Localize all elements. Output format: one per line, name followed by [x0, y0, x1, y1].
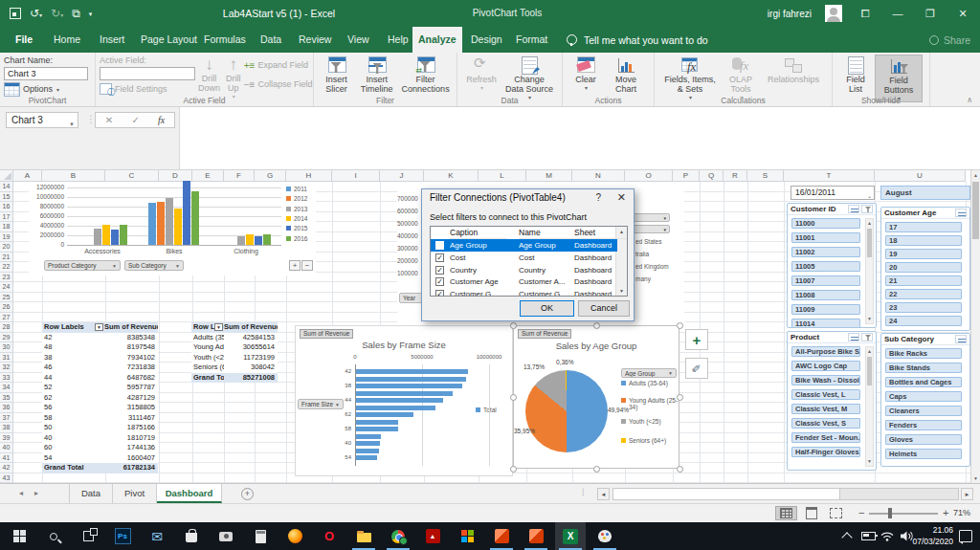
taskbar-store-icon[interactable] [176, 522, 207, 550]
row-header-39[interactable]: 39 [0, 433, 13, 444]
slicer-item-11001[interactable]: 11001 [791, 232, 860, 243]
row-header-16[interactable]: 16 [0, 202, 13, 212]
next-sheet-icon[interactable]: ▸ [34, 484, 38, 503]
scroll-down-icon[interactable]: ▼ [866, 457, 873, 466]
bar-frame-50[interactable] [356, 434, 381, 439]
name-box-dropdown-icon[interactable]: ▼ [69, 118, 75, 132]
column-header-E[interactable]: E [192, 170, 224, 182]
bar-frame-54[interactable] [356, 455, 377, 460]
slicer-item-halffingerglovesl[interactable]: Half-Finger Gloves, L [791, 447, 860, 457]
customize-qat-icon[interactable]: ▾ [89, 11, 93, 17]
tab-page-layout[interactable]: Page Layout [135, 27, 203, 53]
redo-icon[interactable]: ↻▾ [51, 8, 63, 19]
field-settings-button[interactable]: Field Settings [100, 82, 195, 96]
bar-2015-Accessories[interactable] [111, 230, 119, 246]
slicer-item-awclogocap[interactable]: AWC Logo Cap [791, 361, 860, 371]
column-header-R[interactable]: R [724, 170, 747, 182]
revenue-by-age-pivot[interactable]: Row Lab▼Sum of RevenueAdults (35-4258415… [191, 322, 278, 383]
taskbar-chrome-icon[interactable] [383, 522, 413, 550]
close-icon[interactable]: ✕ [953, 8, 972, 20]
slicer-customer-id[interactable]: Customer ID11000110011100211005110071100… [787, 203, 877, 328]
row-header-31[interactable]: 31 [0, 353, 13, 363]
pivot-row[interactable]: Youth (<2511723199 [191, 353, 278, 363]
expand-chart-button[interactable]: + [289, 260, 301, 271]
multi-select-icon[interactable] [955, 335, 967, 343]
bar-frame-38[interactable] [356, 384, 462, 388]
collapse-chart-button[interactable]: − [301, 260, 313, 271]
slicer-item-bikestands[interactable]: Bike Stands [885, 363, 962, 373]
slicer-item-bottlesandcages[interactable]: Bottles and Cages [885, 377, 962, 387]
bar-frame-42[interactable] [356, 369, 468, 374]
tell-me-box[interactable]: Tell me what you want to do [567, 27, 708, 53]
expand-field-button[interactable]: +≡ Expand Field [244, 58, 313, 72]
bar-frame-48[interactable] [356, 377, 466, 382]
prev-sheet-icon[interactable]: ◂ [19, 484, 23, 503]
column-header-B[interactable]: B [42, 170, 105, 182]
pivot-row[interactable]: 401810719 [42, 433, 158, 444]
vscroll-thumb[interactable] [972, 182, 979, 239]
pivot-row[interactable]: 583111467 [42, 413, 158, 424]
clear-button[interactable]: Clear▾ [567, 55, 605, 91]
dialog-help-icon[interactable]: ? [595, 192, 601, 203]
pivot-row[interactable]: 428385348 [42, 333, 158, 343]
row-header-28[interactable]: 28 [0, 322, 13, 333]
slicer-item-classicvests[interactable]: Classic Vest, S [791, 418, 860, 429]
tab-analyze[interactable]: Analyze [412, 27, 462, 53]
selection-handle[interactable] [510, 322, 517, 329]
collapse-ribbon-icon[interactable]: ∧ [967, 96, 972, 104]
zoom-slider[interactable] [869, 513, 938, 515]
row-header-19[interactable]: 19 [0, 232, 13, 243]
selection-handle[interactable] [510, 394, 517, 401]
move-chart-button[interactable]: Move Chart [605, 55, 647, 95]
column-header-U[interactable]: U [875, 170, 966, 182]
tab-format[interactable]: Format [510, 27, 553, 53]
slicer-item-11014[interactable]: 11014 [791, 319, 860, 328]
row-header-22[interactable]: 22 [0, 262, 13, 273]
sales-by-age-group-chart[interactable]: Sum of Revenue Sales by Age Group 49,94%… [513, 325, 679, 469]
pie-plot[interactable] [525, 370, 608, 452]
wifi-icon[interactable] [879, 522, 896, 550]
selection-handle[interactable] [510, 466, 517, 473]
column-header-L[interactable]: L [479, 170, 526, 182]
bar-2014-Bikes[interactable] [174, 209, 182, 245]
drill-up-button[interactable]: ↑ Drill Up▾ [223, 55, 244, 99]
tab-data[interactable]: Data [255, 27, 287, 53]
scroll-up-icon[interactable]: ▲ [971, 170, 980, 180]
sheet-tab-dashboard[interactable]: Dashboard [157, 484, 222, 503]
bar-2014-Clothing[interactable] [246, 234, 254, 245]
tray-chevron-icon[interactable] [838, 522, 856, 550]
slicer-item-fenders[interactable]: Fenders [885, 420, 962, 430]
taskbar-task-view-icon[interactable] [73, 522, 103, 550]
slicer-item-caps[interactable]: Caps [885, 391, 962, 402]
checkbox[interactable] [435, 241, 444, 250]
bar-frame-62[interactable] [356, 412, 413, 417]
tab-review[interactable]: Review [293, 27, 337, 53]
slicer-item-cleaners[interactable]: Cleaners [885, 406, 962, 416]
row-header-41[interactable]: 41 [0, 453, 13, 464]
slicer-item-classicvestm[interactable]: Classic Vest, M [791, 404, 860, 414]
filter-dropdown-icon[interactable]: ▼ [95, 323, 103, 331]
slicer-scrollbar[interactable]: ▲▼ [865, 346, 874, 467]
age-group-field-button[interactable]: Age Group▼ [621, 368, 677, 378]
zoom-level[interactable]: 71% [953, 508, 970, 517]
multi-select-icon[interactable] [848, 205, 859, 213]
chevron-down-icon[interactable]: ⌄ [867, 190, 872, 203]
slicer-item-21[interactable]: 21 [885, 275, 962, 286]
slicer-scrollbar[interactable]: ▲▼ [865, 218, 874, 324]
pivot-row[interactable]: Seniors (64308042 [191, 363, 278, 373]
chart-name-input[interactable]: Chart 3 [4, 67, 88, 80]
cancel-entry-icon[interactable]: ✕ [105, 115, 113, 125]
bar-frame-56[interactable] [356, 420, 398, 425]
taskbar-office-2-icon[interactable] [486, 522, 517, 550]
scroll-up-icon[interactable]: ▲ [866, 219, 873, 228]
pivot-row[interactable]: 624287129 [42, 393, 158, 404]
revenue-by-frame-pivot[interactable]: Row Labels▼Sum of Revenue428385348488197… [42, 322, 158, 473]
cancel-button[interactable]: Cancel [578, 300, 630, 317]
list-column-caption[interactable]: Caption [450, 227, 507, 239]
drill-down-button[interactable]: ↓ Drill Down [195, 55, 223, 94]
selection-handle[interactable] [593, 322, 600, 329]
product-category-field-button[interactable]: Product Category▼ [44, 260, 121, 271]
pivot-row[interactable]: Adults (35-42584153 [191, 333, 278, 343]
row-header-24[interactable]: 24 [0, 282, 13, 293]
user-avatar[interactable] [825, 5, 842, 22]
